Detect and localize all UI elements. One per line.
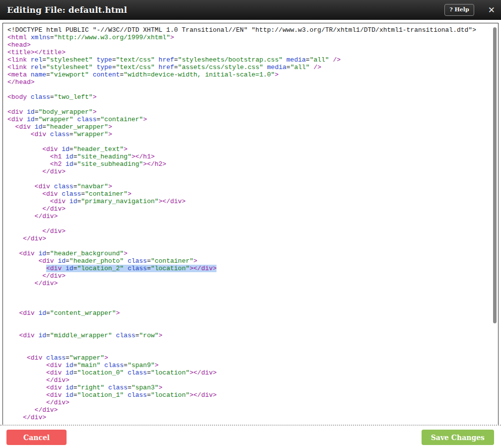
code-line[interactable] <box>7 317 491 324</box>
close-icon[interactable]: ✕ <box>488 6 495 14</box>
code-line[interactable] <box>7 220 491 227</box>
code-line[interactable]: </div> <box>7 376 491 384</box>
modal-footer: Cancel Save Changes <box>0 425 501 448</box>
code-line[interactable]: </div> <box>7 272 491 280</box>
code-line[interactable]: </div> <box>7 168 491 175</box>
code-line[interactable]: <link rel="stylesheet" type="text/css" h… <box>7 64 491 71</box>
code-line[interactable] <box>7 302 491 309</box>
code-line[interactable] <box>7 175 491 183</box>
code-line[interactable]: </div> <box>7 406 491 414</box>
edit-file-modal: Editing File: default.html ? Help ✕ <!DO… <box>0 0 501 448</box>
code-line[interactable] <box>7 287 491 295</box>
code-line[interactable]: </div> <box>7 280 491 287</box>
code-line[interactable]: <div id="right" class="span3"> <box>7 384 491 391</box>
code-line[interactable]: </head> <box>7 78 491 86</box>
code-line[interactable]: <div id="body_wrapper"> <box>7 108 491 116</box>
code-line[interactable]: </div> <box>7 213 491 220</box>
code-line[interactable]: </div> <box>7 399 491 406</box>
code-editor: <!DOCTYPE html PUBLIC "-//W3C//DTD XHTML… <box>2 23 499 425</box>
code-line[interactable]: <div id="header_photo" class="container"… <box>7 257 491 265</box>
code-line[interactable] <box>7 242 491 250</box>
code-line[interactable]: <h2 id="site_subheading"></h2> <box>7 160 491 168</box>
code-line[interactable]: <!DOCTYPE html PUBLIC "-//W3C//DTD XHTML… <box>7 26 491 34</box>
code-line[interactable]: <h1 id="site_heading"></h1> <box>7 153 491 160</box>
code-line[interactable]: <div class="container"> <box>7 190 491 198</box>
code-line[interactable]: </div> <box>7 235 491 242</box>
code-line[interactable]: </div> <box>7 205 491 213</box>
code-line[interactable]: <link rel="stylesheet" type="text/css" h… <box>7 56 491 64</box>
cancel-button[interactable]: Cancel <box>6 430 67 445</box>
code-line[interactable]: <div id="main" class="span9"> <box>7 362 491 369</box>
code-line[interactable]: <div id="location_1" class="location"></… <box>7 391 491 399</box>
editor-scrollbar[interactable] <box>492 23 498 425</box>
code-line[interactable]: <div id="wrapper" class="container"> <box>7 116 491 123</box>
code-line[interactable]: <html xmlns="http://www.w3.org/1999/xhtm… <box>7 34 491 41</box>
modal-title: Editing File: default.html <box>7 5 444 15</box>
code-line[interactable]: <div id="header_text"> <box>7 146 491 153</box>
code-line[interactable]: <body class="two_left"> <box>7 93 491 101</box>
code-line[interactable] <box>7 347 491 354</box>
scrollbar-thumb[interactable] <box>493 27 497 323</box>
code-line[interactable] <box>7 295 491 302</box>
code-line[interactable]: <div id="primary_navigation"></div> <box>7 198 491 205</box>
code-line[interactable] <box>7 138 491 146</box>
code-line[interactable] <box>7 339 491 347</box>
code-line[interactable]: <div id="location_0" class="location"></… <box>7 369 491 376</box>
code-line[interactable]: <div id="middle_wrapper" class="row"> <box>7 332 491 339</box>
code-line[interactable] <box>7 86 491 93</box>
save-button[interactable]: Save Changes <box>422 430 494 445</box>
code-line[interactable]: <div class="navbar"> <box>7 183 491 190</box>
code-line[interactable] <box>7 101 491 108</box>
code-line[interactable]: </div> <box>7 227 491 235</box>
code-line[interactable] <box>7 324 491 332</box>
code-line[interactable]: <meta name="viewport" content="width=dev… <box>7 71 491 78</box>
code-line[interactable]: <div id="content_wrapper"> <box>7 309 491 317</box>
code-line[interactable]: <div class="wrapper"> <box>7 131 491 138</box>
help-button[interactable]: ? Help <box>444 4 474 16</box>
code-line[interactable]: <div class="wrapper"> <box>7 354 491 362</box>
code-line[interactable]: <div id="header_wrapper"> <box>7 123 491 131</box>
code-line[interactable]: </div> <box>7 414 491 421</box>
code-line[interactable]: <head> <box>7 41 491 49</box>
code-content[interactable]: <!DOCTYPE html PUBLIC "-//W3C//DTD XHTML… <box>7 26 491 425</box>
code-line[interactable]: <title></title> <box>7 49 491 56</box>
code-line[interactable]: <div id="header_background"> <box>7 250 491 257</box>
modal-title-bar: Editing File: default.html ? Help ✕ <box>0 0 501 20</box>
code-line[interactable]: <div id="location_2" class="location"></… <box>7 265 491 272</box>
